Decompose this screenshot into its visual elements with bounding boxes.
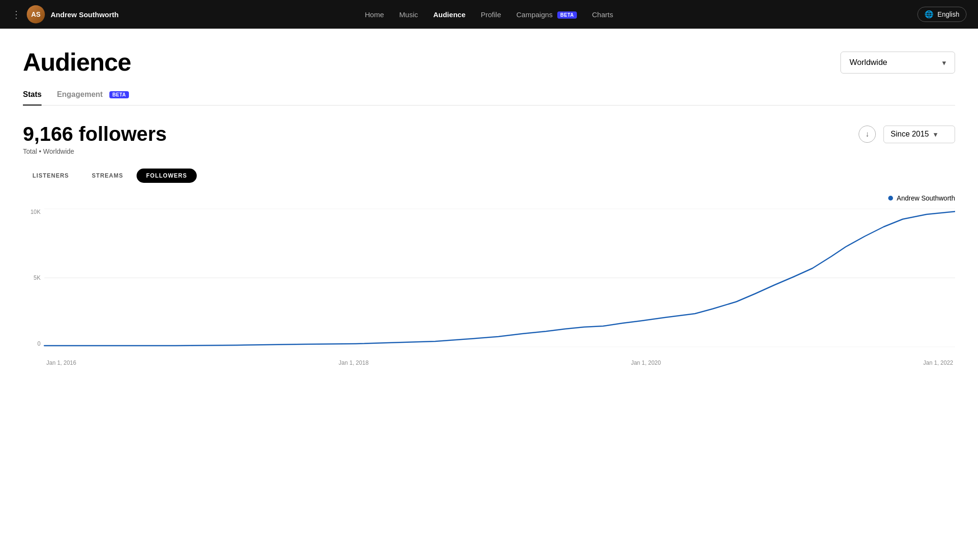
chart-legend: Andrew Southworth xyxy=(888,194,955,202)
navbar-left: ⋮ AS Andrew Southworth xyxy=(11,5,119,23)
download-button[interactable]: ↓ xyxy=(859,126,876,143)
globe-icon: 🌐 xyxy=(925,10,934,19)
followers-count: 9,166 followers xyxy=(23,123,167,146)
followers-header: 9,166 followers ↓ Since 2015 ▾ xyxy=(23,123,955,146)
main-content: Audience Worldwide ▾ Stats Engagement BE… xyxy=(0,29,978,366)
tab-stats[interactable]: Stats xyxy=(23,90,42,106)
chart-container: Andrew Southworth 10K 5K 0 Jan 1, 2016 J… xyxy=(23,194,955,366)
nav-campaigns[interactable]: Campaigns BETA xyxy=(516,11,577,19)
sub-tabs: LISTENERS STREAMS FOLLOWERS xyxy=(23,169,955,183)
chart-svg-wrapper xyxy=(23,209,955,347)
x-label-2018: Jan 1, 2018 xyxy=(339,359,369,366)
sub-tab-listeners[interactable]: LISTENERS xyxy=(23,169,78,183)
followers-controls: ↓ Since 2015 ▾ xyxy=(859,126,955,143)
since-label: Since 2015 xyxy=(891,130,929,138)
legend-dot xyxy=(888,196,893,201)
navbar-right: 🌐 English xyxy=(917,7,967,22)
nav-music[interactable]: Music xyxy=(399,11,418,19)
main-tabs: Stats Engagement BETA xyxy=(23,90,955,106)
nav-home[interactable]: Home xyxy=(365,11,384,19)
tab-engagement[interactable]: Engagement BETA xyxy=(57,90,129,106)
x-axis: Jan 1, 2016 Jan 1, 2018 Jan 1, 2020 Jan … xyxy=(44,359,955,366)
chevron-down-icon: ▾ xyxy=(942,58,946,67)
download-icon: ↓ xyxy=(865,130,869,138)
followers-chart xyxy=(23,209,955,347)
language-label: English xyxy=(937,11,959,18)
user-name: Andrew Southworth xyxy=(51,11,119,19)
since-selector[interactable]: Since 2015 ▾ xyxy=(883,126,955,143)
region-label: Worldwide xyxy=(850,58,887,67)
chevron-down-icon: ▾ xyxy=(934,130,937,139)
total-label: Total • Worldwide xyxy=(23,148,955,155)
sub-tab-followers[interactable]: FOLLOWERS xyxy=(137,169,197,183)
nav-links: Home Music Audience Profile Campaigns BE… xyxy=(365,11,613,19)
language-button[interactable]: 🌐 English xyxy=(917,7,967,22)
x-label-2022: Jan 1, 2022 xyxy=(923,359,953,366)
navbar: ⋮ AS Andrew Southworth Home Music Audien… xyxy=(0,0,978,29)
nav-profile[interactable]: Profile xyxy=(481,11,501,19)
avatar: AS xyxy=(27,5,45,23)
followers-section: 9,166 followers ↓ Since 2015 ▾ Total • W… xyxy=(23,123,955,155)
sub-tab-streams[interactable]: STREAMS xyxy=(82,169,133,183)
header-row: Audience Worldwide ▾ xyxy=(23,48,955,76)
engagement-beta-badge: BETA xyxy=(109,91,128,98)
page-title: Audience xyxy=(23,48,131,76)
campaigns-beta-badge: BETA xyxy=(557,11,576,19)
x-label-2020: Jan 1, 2020 xyxy=(631,359,661,366)
x-label-2016: Jan 1, 2016 xyxy=(46,359,76,366)
nav-audience[interactable]: Audience xyxy=(433,11,466,19)
region-selector[interactable]: Worldwide ▾ xyxy=(840,52,955,74)
nav-charts[interactable]: Charts xyxy=(592,11,613,19)
menu-dots-icon[interactable]: ⋮ xyxy=(11,9,21,20)
legend-label: Andrew Southworth xyxy=(897,194,955,202)
